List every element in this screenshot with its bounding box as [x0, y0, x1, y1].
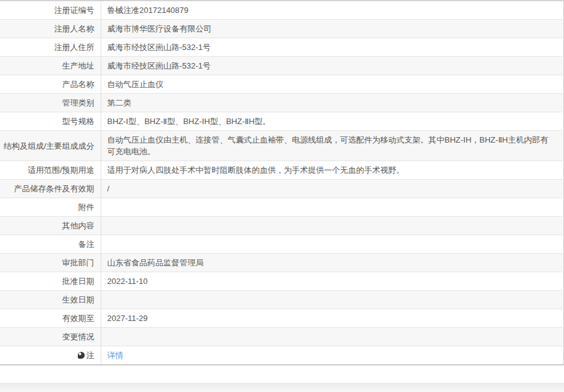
footer-band: [0, 383, 564, 392]
row-value: BHZ-Ⅰ型、BHZ-Ⅱ型、BHZ-ⅠH型、BHZ-ⅡH型。: [101, 112, 564, 131]
row-label: 管理类别: [0, 94, 101, 112]
row-label: 备注: [0, 235, 101, 254]
row-label: 产品名称: [0, 75, 101, 94]
note-label-cell: 注: [0, 346, 101, 365]
row-label: 注册人住所: [0, 38, 101, 57]
row-value: 2027-11-29: [101, 309, 564, 328]
table-row-note: 注 详情: [0, 346, 564, 365]
table-row: 产品储存条件及有效期 /: [0, 180, 564, 198]
row-value: 2022-11-10: [101, 272, 564, 291]
table-row: 审批部门 山东省食品药品监督管理局: [0, 254, 564, 272]
table-row: 管理类别 第二类: [0, 94, 564, 112]
table-row: 注册证编号 鲁械注准20172140879: [0, 1, 564, 20]
row-label: 生产地址: [0, 57, 101, 75]
row-value: [101, 328, 564, 346]
table-row: 型号规格 BHZ-Ⅰ型、BHZ-Ⅱ型、BHZ-ⅠH型、BHZ-ⅡH型。: [0, 112, 564, 131]
table-row: 附件: [0, 198, 564, 217]
row-value: [101, 198, 564, 217]
row-label: 注册证编号: [0, 1, 101, 20]
detail-link[interactable]: 详情: [107, 351, 124, 360]
row-value: 自动气压止血仪由主机、连接管、气囊式止血袖带、电源线组成，可选配件为移动式支架。…: [101, 131, 564, 161]
row-value: 威海市博华医疗设备有限公司: [101, 20, 564, 38]
row-label: 结构及组成/主要组成成分: [0, 131, 101, 161]
row-value: 自动气压止血仪: [101, 75, 564, 94]
table-row: 批准日期 2022-11-10: [0, 272, 564, 291]
table-row: 生产地址 威海市经技区崮山路-532-1号: [0, 57, 564, 75]
row-label: 型号规格: [0, 112, 101, 131]
row-value: 威海市经技区崮山路-532-1号: [101, 57, 564, 75]
row-label: 批准日期: [0, 272, 101, 291]
table-row: 注册人名称 威海市博华医疗设备有限公司: [0, 20, 564, 38]
row-value: 鲁械注准20172140879: [101, 1, 564, 20]
table-row: 生效日期: [0, 291, 564, 309]
row-label: 有效期至: [0, 309, 101, 328]
note-label: 注: [86, 351, 95, 360]
row-value: 山东省食品药品监督管理局: [101, 254, 564, 272]
row-label: 附件: [0, 198, 101, 217]
row-label: 审批部门: [0, 254, 101, 272]
row-label: 产品储存条件及有效期: [0, 180, 101, 198]
table-row: 变更情况: [0, 328, 564, 346]
balloon-icon: [78, 352, 85, 359]
row-value: 威海市经技区崮山路-532-1号: [101, 38, 564, 57]
row-label: 注册人名称: [0, 20, 101, 38]
table-row: 备注: [0, 235, 564, 254]
row-label: 生效日期: [0, 291, 101, 309]
row-label: 其他内容: [0, 217, 101, 235]
footer-gap: [0, 365, 564, 373]
table-row: 其他内容: [0, 217, 564, 235]
registration-detail-page: 注册证编号 鲁械注准20172140879 注册人名称 威海市博华医疗设备有限公…: [0, 0, 564, 392]
table-row: 产品名称 自动气压止血仪: [0, 75, 564, 94]
table-row: 有效期至 2027-11-29: [0, 309, 564, 328]
table-row: 结构及组成/主要组成成分 自动气压止血仪由主机、连接管、气囊式止血袖带、电源线组…: [0, 131, 564, 161]
note-value-cell: 详情: [101, 346, 564, 365]
row-value: 适用于对病人四肢处手术中暂时阻断肢体的血供，为手术提供一个无血的手术视野。: [101, 161, 564, 180]
table-row: 适用范围/预期用途 适用于对病人四肢处手术中暂时阻断肢体的血供，为手术提供一个无…: [0, 161, 564, 180]
row-value: [101, 235, 564, 254]
row-value: [101, 217, 564, 235]
row-value: [101, 291, 564, 309]
registration-info-table: 注册证编号 鲁械注准20172140879 注册人名称 威海市博华医疗设备有限公…: [0, 0, 564, 365]
row-label: 变更情况: [0, 328, 101, 346]
row-label: 适用范围/预期用途: [0, 161, 101, 180]
row-value: 第二类: [101, 94, 564, 112]
row-value: /: [101, 180, 564, 198]
table-row: 注册人住所 威海市经技区崮山路-532-1号: [0, 38, 564, 57]
